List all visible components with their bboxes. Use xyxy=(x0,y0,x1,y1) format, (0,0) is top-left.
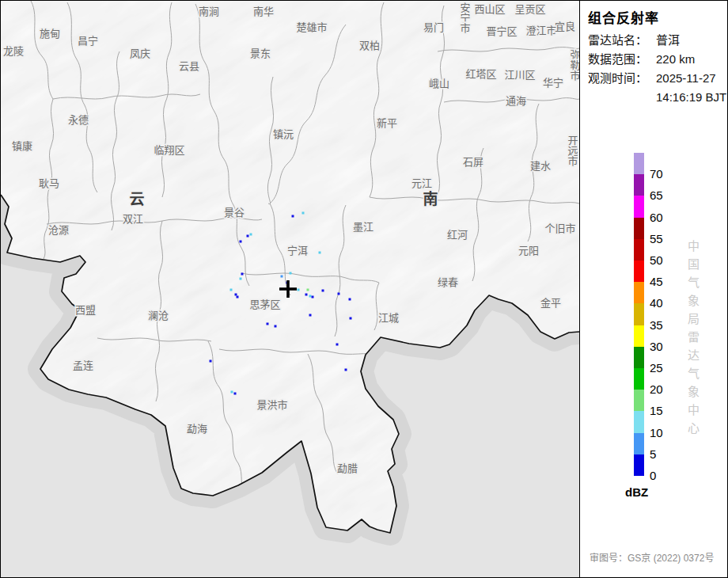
map-label: 晋宁区 xyxy=(486,25,517,37)
map-label: 建水 xyxy=(530,160,551,172)
map-label: 开远市 xyxy=(567,135,578,167)
radar-echo xyxy=(302,212,305,215)
info-row-label: 观测时间： xyxy=(588,69,656,107)
radar-echo xyxy=(309,295,312,298)
info-panel: 组合反射率 雷达站名：普洱数据范围：220 km观测时间：2025-11-271… xyxy=(580,1,727,577)
map-label: 金平 xyxy=(540,297,561,309)
legend-color-segment xyxy=(634,325,644,347)
map-label: 勐腊 xyxy=(337,462,358,474)
legend-unit-label: dBZ xyxy=(625,485,648,499)
map-label: 昌宁 xyxy=(78,35,98,47)
legend-tick-label: 30 xyxy=(650,340,663,354)
map-label: 景东 xyxy=(250,48,271,59)
map-label: 永德 xyxy=(68,114,89,126)
radar-echo xyxy=(309,314,312,317)
map-label: 沧源 xyxy=(48,224,69,236)
radar-viewer-window: 施甸龙陵昌宁凤庆云县南涧南华楚雄市双柏景东易门西山区呈贡区安宁市晋宁区澄江市宜良… xyxy=(0,0,728,578)
legend-tick-label: 10 xyxy=(650,426,663,440)
legend-tick-label: 15 xyxy=(650,404,663,418)
map-canvas: 施甸龙陵昌宁凤庆云县南涧南华楚雄市双柏景东易门西山区呈贡区安宁市晋宁区澄江市宜良… xyxy=(1,1,579,577)
radar-echo xyxy=(319,252,321,254)
radar-map[interactable]: 施甸龙陵昌宁凤庆云县南涧南华楚雄市双柏景东易门西山区呈贡区安宁市晋宁区澄江市宜良… xyxy=(1,1,580,577)
legend-tick-label: 65 xyxy=(650,188,663,203)
map-label: 元江 xyxy=(411,177,432,189)
legend-tick-label: 55 xyxy=(650,232,663,246)
legend-tick-label: 20 xyxy=(650,382,663,397)
map-label: 华宁 xyxy=(543,77,563,89)
map-label: 新平 xyxy=(377,117,397,129)
radar-echo xyxy=(338,293,340,295)
info-row-label: 数据范围： xyxy=(588,50,656,69)
map-label: 思茅区 xyxy=(249,299,280,310)
map-label: 双江 xyxy=(123,213,143,225)
legend-color-segment xyxy=(634,433,644,454)
map-label: 江川区 xyxy=(504,69,535,81)
map-label: 西山区 xyxy=(474,3,505,15)
map-label: 景谷 xyxy=(224,207,245,219)
map-label: 宜良 xyxy=(555,21,575,32)
map-label: 宁洱 xyxy=(287,245,308,257)
radar-echo xyxy=(307,289,309,291)
legend-tick-label: 40 xyxy=(650,296,663,310)
radar-echo xyxy=(350,318,352,320)
radar-echo xyxy=(241,273,244,276)
map-label: 耿马 xyxy=(39,177,59,189)
map-label: 易门 xyxy=(423,21,444,33)
radar-echo xyxy=(345,369,347,371)
legend-color-segment xyxy=(634,411,644,432)
map-label: 红河 xyxy=(447,229,468,241)
map-label: 云县 xyxy=(179,60,199,72)
radar-echo xyxy=(336,344,339,346)
map-label: 南涧 xyxy=(199,6,219,17)
info-row-label: 雷达站名： xyxy=(588,31,656,50)
legend-color-segment xyxy=(634,260,644,282)
map-approval-number: 审图号：GS京 (2022) 0372号 xyxy=(590,550,714,564)
info-row-value: 普洱 xyxy=(656,31,680,50)
radar-echo xyxy=(312,296,314,299)
map-label: 绿春 xyxy=(438,276,458,288)
radar-echo xyxy=(322,290,324,292)
legend-tick-label: 70 xyxy=(650,167,663,181)
map-label: 元阳 xyxy=(518,245,539,257)
radar-echo xyxy=(231,391,233,394)
map-label: 石屏 xyxy=(463,156,483,168)
map-label: 个旧市 xyxy=(544,222,575,234)
province-label: 南 xyxy=(423,191,438,207)
legend-color-segment xyxy=(634,196,644,217)
map-label: 通海 xyxy=(506,95,526,107)
legend-tick-label: 50 xyxy=(650,253,663,268)
map-label: 孟连 xyxy=(73,359,93,371)
map-label: 红塔区 xyxy=(465,68,496,80)
radar-echo xyxy=(237,296,239,299)
station-info: 雷达站名：普洱数据范围：220 km观测时间：2025-11-2714:16:1… xyxy=(588,31,726,107)
map-label: 施甸 xyxy=(40,28,60,40)
legend-color-segment xyxy=(634,153,644,174)
map-label: 临翔区 xyxy=(154,144,184,156)
legend-color-segment xyxy=(634,347,644,368)
radar-echo xyxy=(235,294,237,296)
product-title: 组合反射率 xyxy=(588,7,659,27)
radar-echo xyxy=(290,272,292,275)
radar-echo xyxy=(281,276,283,278)
info-row-value: 2025-11-2714:16:19 BJT xyxy=(656,69,726,107)
map-label: 澜沧 xyxy=(148,310,169,321)
legend-color-segment xyxy=(634,174,644,196)
map-label: 镇康 xyxy=(12,140,32,152)
radar-echo xyxy=(240,241,242,243)
map-label: 西盟 xyxy=(75,304,96,316)
map-label: 墨江 xyxy=(353,221,373,233)
radar-echo xyxy=(292,215,294,218)
radar-echo xyxy=(349,299,351,301)
info-row: 数据范围：220 km xyxy=(588,50,726,69)
info-row: 观测时间：2025-11-2714:16:19 BJT xyxy=(588,69,726,107)
legend-tick-label: 45 xyxy=(650,275,663,289)
map-label: 南华 xyxy=(253,6,274,17)
radar-echo xyxy=(305,294,308,296)
legend-tick-label: 5 xyxy=(650,447,656,462)
map-label: 呈贡区 xyxy=(514,3,545,15)
map-label: 景洪市 xyxy=(256,399,287,411)
info-row-value: 220 km xyxy=(656,50,695,69)
radar-echo xyxy=(250,234,252,236)
legend-tick-label: 60 xyxy=(650,211,663,225)
map-label: 江城 xyxy=(378,312,399,324)
